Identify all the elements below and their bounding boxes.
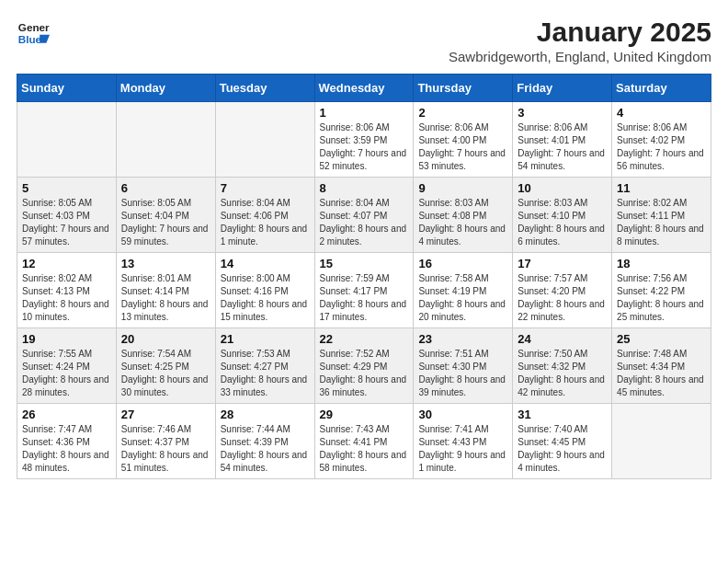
calendar-day-cell: 31Sunrise: 7:40 AMSunset: 4:45 PMDayligh… <box>513 404 612 479</box>
calendar-day-cell <box>116 102 215 178</box>
calendar-day-cell: 17Sunrise: 7:57 AMSunset: 4:20 PMDayligh… <box>513 253 612 328</box>
calendar-day-cell: 8Sunrise: 8:04 AMSunset: 4:07 PMDaylight… <box>314 178 414 253</box>
day-info: Sunrise: 7:47 AMSunset: 4:36 PMDaylight:… <box>22 423 111 475</box>
day-number: 4 <box>617 106 706 120</box>
calendar-day-cell: 5Sunrise: 8:05 AMSunset: 4:03 PMDaylight… <box>17 178 117 253</box>
day-info: Sunrise: 7:51 AMSunset: 4:30 PMDaylight:… <box>418 348 507 399</box>
day-number: 17 <box>518 257 607 270</box>
day-info: Sunrise: 7:53 AMSunset: 4:27 PMDaylight:… <box>221 348 310 399</box>
calendar-day-cell: 10Sunrise: 8:03 AMSunset: 4:10 PMDayligh… <box>513 178 612 253</box>
day-number: 24 <box>518 332 607 346</box>
day-number: 15 <box>320 257 409 270</box>
calendar-day-cell: 7Sunrise: 8:04 AMSunset: 4:06 PMDaylight… <box>215 178 314 253</box>
col-tuesday: Tuesday <box>215 75 314 102</box>
calendar-day-cell: 6Sunrise: 8:05 AMSunset: 4:04 PMDaylight… <box>116 178 215 253</box>
day-number: 28 <box>221 408 310 421</box>
calendar-day-cell: 22Sunrise: 7:52 AMSunset: 4:29 PMDayligh… <box>314 328 414 404</box>
day-number: 9 <box>418 181 507 195</box>
day-info: Sunrise: 8:03 AMSunset: 4:08 PMDaylight:… <box>418 197 507 248</box>
day-info: Sunrise: 8:03 AMSunset: 4:10 PMDaylight:… <box>518 197 607 248</box>
calendar-day-cell: 27Sunrise: 7:46 AMSunset: 4:37 PMDayligh… <box>116 404 215 479</box>
day-info: Sunrise: 7:56 AMSunset: 4:22 PMDaylight:… <box>617 272 706 324</box>
day-info: Sunrise: 8:02 AMSunset: 4:11 PMDaylight:… <box>617 197 706 248</box>
day-info: Sunrise: 8:01 AMSunset: 4:14 PMDaylight:… <box>121 272 210 324</box>
calendar-week-row: 1Sunrise: 8:06 AMSunset: 3:59 PMDaylight… <box>17 102 711 178</box>
day-number: 10 <box>518 181 607 195</box>
day-info: Sunrise: 8:06 AMSunset: 4:00 PMDaylight:… <box>418 121 507 173</box>
calendar-week-row: 5Sunrise: 8:05 AMSunset: 4:03 PMDaylight… <box>17 178 711 253</box>
day-number: 19 <box>22 332 111 346</box>
calendar-week-row: 19Sunrise: 7:55 AMSunset: 4:24 PMDayligh… <box>17 328 711 404</box>
col-sunday: Sunday <box>17 75 117 102</box>
day-number: 16 <box>418 257 507 270</box>
day-info: Sunrise: 8:06 AMSunset: 4:02 PMDaylight:… <box>617 121 706 173</box>
day-number: 31 <box>518 408 607 421</box>
calendar-day-cell: 20Sunrise: 7:54 AMSunset: 4:25 PMDayligh… <box>116 328 215 404</box>
day-info: Sunrise: 7:41 AMSunset: 4:43 PMDaylight:… <box>418 423 507 475</box>
calendar-day-cell <box>612 404 711 479</box>
calendar-day-cell: 26Sunrise: 7:47 AMSunset: 4:36 PMDayligh… <box>17 404 117 479</box>
col-saturday: Saturday <box>612 75 711 102</box>
day-number: 30 <box>418 408 507 421</box>
day-number: 25 <box>617 332 706 346</box>
day-number: 27 <box>121 408 210 421</box>
day-number: 23 <box>418 332 507 346</box>
day-number: 6 <box>121 181 210 195</box>
day-info: Sunrise: 8:04 AMSunset: 4:07 PMDaylight:… <box>320 197 409 248</box>
day-info: Sunrise: 8:05 AMSunset: 4:03 PMDaylight:… <box>22 197 111 248</box>
calendar-day-cell: 4Sunrise: 8:06 AMSunset: 4:02 PMDaylight… <box>612 102 711 178</box>
calendar-day-cell: 16Sunrise: 7:58 AMSunset: 4:19 PMDayligh… <box>414 253 513 328</box>
day-number: 5 <box>22 181 111 195</box>
col-friday: Friday <box>513 75 612 102</box>
day-info: Sunrise: 8:06 AMSunset: 3:59 PMDaylight:… <box>320 121 409 173</box>
calendar-day-cell: 3Sunrise: 8:06 AMSunset: 4:01 PMDaylight… <box>513 102 612 178</box>
day-info: Sunrise: 8:06 AMSunset: 4:01 PMDaylight:… <box>518 121 607 173</box>
logo: General Blue <box>17 17 50 50</box>
day-info: Sunrise: 7:52 AMSunset: 4:29 PMDaylight:… <box>320 348 409 399</box>
day-info: Sunrise: 7:57 AMSunset: 4:20 PMDaylight:… <box>518 272 607 324</box>
day-info: Sunrise: 7:48 AMSunset: 4:34 PMDaylight:… <box>617 348 706 399</box>
day-info: Sunrise: 7:58 AMSunset: 4:19 PMDaylight:… <box>418 272 507 324</box>
day-info: Sunrise: 8:05 AMSunset: 4:04 PMDaylight:… <box>121 197 210 248</box>
col-thursday: Thursday <box>414 75 513 102</box>
day-info: Sunrise: 8:02 AMSunset: 4:13 PMDaylight:… <box>22 272 111 324</box>
calendar-day-cell: 9Sunrise: 8:03 AMSunset: 4:08 PMDaylight… <box>414 178 513 253</box>
calendar-day-cell: 13Sunrise: 8:01 AMSunset: 4:14 PMDayligh… <box>116 253 215 328</box>
calendar-day-cell: 29Sunrise: 7:43 AMSunset: 4:41 PMDayligh… <box>314 404 414 479</box>
day-number: 13 <box>121 257 210 270</box>
day-number: 7 <box>221 181 310 195</box>
day-number: 29 <box>320 408 409 421</box>
calendar-day-cell: 28Sunrise: 7:44 AMSunset: 4:39 PMDayligh… <box>215 404 314 479</box>
day-number: 14 <box>221 257 310 270</box>
calendar-day-cell: 14Sunrise: 8:00 AMSunset: 4:16 PMDayligh… <box>215 253 314 328</box>
day-number: 20 <box>121 332 210 346</box>
day-number: 1 <box>320 106 409 120</box>
calendar-day-cell: 24Sunrise: 7:50 AMSunset: 4:32 PMDayligh… <box>513 328 612 404</box>
day-number: 8 <box>320 181 409 195</box>
day-info: Sunrise: 7:59 AMSunset: 4:17 PMDaylight:… <box>320 272 409 324</box>
day-number: 22 <box>320 332 409 346</box>
day-number: 2 <box>418 106 507 120</box>
day-number: 18 <box>617 257 706 270</box>
title-block: January 2025 Sawbridgeworth, England, Un… <box>449 17 711 64</box>
calendar-week-row: 26Sunrise: 7:47 AMSunset: 4:36 PMDayligh… <box>17 404 711 479</box>
calendar-day-cell <box>17 102 117 178</box>
col-wednesday: Wednesday <box>314 75 414 102</box>
day-info: Sunrise: 8:04 AMSunset: 4:06 PMDaylight:… <box>221 197 310 248</box>
location-title: Sawbridgeworth, England, United Kingdom <box>449 49 711 64</box>
day-number: 21 <box>221 332 310 346</box>
day-info: Sunrise: 7:50 AMSunset: 4:32 PMDaylight:… <box>518 348 607 399</box>
day-number: 3 <box>518 106 607 120</box>
calendar-day-cell: 1Sunrise: 8:06 AMSunset: 3:59 PMDaylight… <box>314 102 414 178</box>
calendar-day-cell <box>215 102 314 178</box>
header: General Blue January 2025 Sawbridgeworth… <box>17 17 711 64</box>
day-info: Sunrise: 7:44 AMSunset: 4:39 PMDaylight:… <box>221 423 310 475</box>
calendar-day-cell: 2Sunrise: 8:06 AMSunset: 4:00 PMDaylight… <box>414 102 513 178</box>
calendar-header-row: Sunday Monday Tuesday Wednesday Thursday… <box>17 75 711 102</box>
day-info: Sunrise: 8:00 AMSunset: 4:16 PMDaylight:… <box>221 272 310 324</box>
day-info: Sunrise: 7:54 AMSunset: 4:25 PMDaylight:… <box>121 348 210 399</box>
day-number: 12 <box>22 257 111 270</box>
svg-text:General: General <box>18 21 50 33</box>
calendar-day-cell: 12Sunrise: 8:02 AMSunset: 4:13 PMDayligh… <box>17 253 117 328</box>
day-info: Sunrise: 7:46 AMSunset: 4:37 PMDaylight:… <box>121 423 210 475</box>
